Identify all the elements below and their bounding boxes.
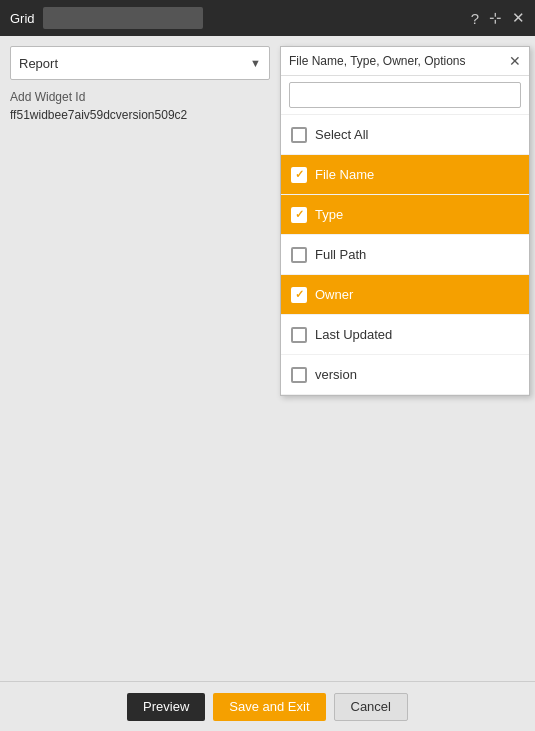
title-bar: Grid ? ⊹ ✕ — [0, 0, 535, 36]
preview-button[interactable]: Preview — [127, 693, 205, 721]
move-icon[interactable]: ⊹ — [489, 9, 502, 27]
select-all-item[interactable]: Select All — [281, 115, 529, 155]
cancel-button[interactable]: Cancel — [334, 693, 408, 721]
column-item-version[interactable]: version — [281, 355, 529, 395]
save-exit-button[interactable]: Save and Exit — [213, 693, 325, 721]
lastupdated-checkbox[interactable] — [291, 327, 307, 343]
version-label: version — [315, 367, 357, 382]
fullpath-label: Full Path — [315, 247, 366, 262]
type-checkbox[interactable] — [291, 207, 307, 223]
column-selector-header: File Name, Type, Owner, Options ✕ — [281, 47, 529, 76]
title-bar-icons: ? ⊹ ✕ — [471, 9, 525, 27]
chevron-down-icon: ▼ — [250, 57, 261, 69]
lastupdated-label: Last Updated — [315, 327, 392, 342]
column-item-lastupdated[interactable]: Last Updated — [281, 315, 529, 355]
report-dropdown[interactable]: Report ▼ — [10, 46, 270, 80]
filename-label: File Name — [315, 167, 374, 182]
fullpath-checkbox[interactable] — [291, 247, 307, 263]
column-search-input[interactable] — [289, 82, 521, 108]
title-bar-input[interactable] — [43, 7, 203, 29]
owner-label: Owner — [315, 287, 353, 302]
main-content: Report ▼ File Name, Type, Owner, Options… — [0, 36, 535, 681]
select-all-label: Select All — [315, 127, 368, 142]
column-item-filename[interactable]: File Name — [281, 155, 529, 195]
version-checkbox[interactable] — [291, 367, 307, 383]
help-icon[interactable]: ? — [471, 10, 479, 27]
column-selector-panel: File Name, Type, Owner, Options ✕ Select… — [280, 46, 530, 396]
owner-checkbox[interactable] — [291, 287, 307, 303]
column-item-type[interactable]: Type — [281, 195, 529, 235]
column-search-wrapper — [281, 76, 529, 115]
filename-checkbox[interactable] — [291, 167, 307, 183]
top-bar: Report ▼ File Name, Type, Owner, Options… — [10, 46, 525, 80]
column-list: Select All File Name Type Full Path — [281, 115, 529, 395]
column-selector-close-icon[interactable]: ✕ — [509, 53, 521, 69]
column-item-owner[interactable]: Owner — [281, 275, 529, 315]
select-all-checkbox[interactable] — [291, 127, 307, 143]
title-bar-label: Grid — [10, 11, 35, 26]
close-icon[interactable]: ✕ — [512, 9, 525, 27]
report-dropdown-label: Report — [19, 56, 58, 71]
column-item-fullpath[interactable]: Full Path — [281, 235, 529, 275]
bottom-bar: Preview Save and Exit Cancel — [0, 681, 535, 731]
type-label: Type — [315, 207, 343, 222]
column-selector-title: File Name, Type, Owner, Options — [289, 54, 466, 68]
